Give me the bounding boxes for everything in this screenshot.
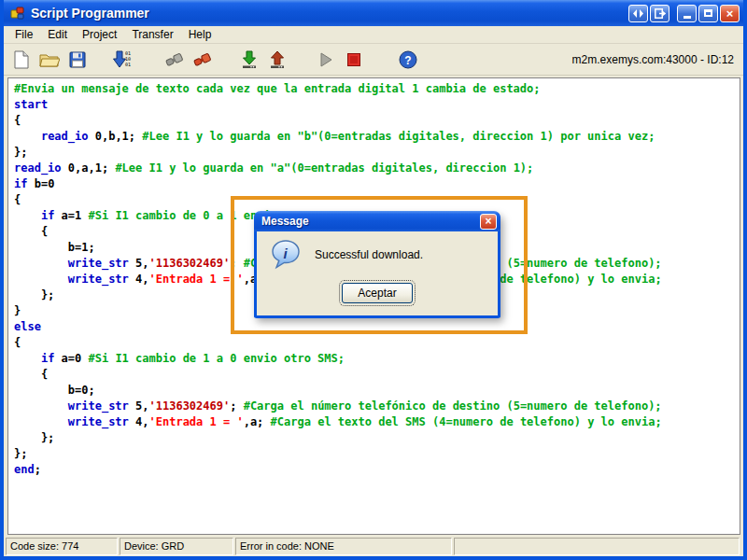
status-empty <box>454 538 740 555</box>
upload-button[interactable] <box>265 48 289 72</box>
code-line: { <box>14 113 740 129</box>
open-folder-icon <box>39 51 60 68</box>
titlebar[interactable]: Script Programmer × <box>4 0 743 26</box>
code-line: end; <box>14 462 740 478</box>
download-button[interactable] <box>237 48 261 72</box>
dialog-message: Successful download. <box>315 248 423 261</box>
message-dialog: Message × i Successful download. Aceptar <box>254 212 500 318</box>
code-line: write_str 5,'1136302469'; #Carga el núme… <box>14 399 740 414</box>
code-line: if a=0 #Si I1 cambio de 1 a 0 envio otro… <box>14 351 740 367</box>
code-line: { <box>14 367 740 383</box>
code-line: read_io 0,a,1; #Lee I1 y lo guarda en "a… <box>14 161 740 176</box>
code-line: else <box>14 319 740 335</box>
dialog-body: i Successful download. Aceptar <box>257 231 498 315</box>
code-line: read_io 0,b,1; #Lee I1 y lo guarda en "b… <box>14 129 740 145</box>
minimize-button[interactable] <box>677 5 697 22</box>
code-line: #Envia un mensaje de texto cada vez que … <box>14 81 740 97</box>
svg-text:01: 01 <box>125 62 131 67</box>
download-icon <box>240 50 259 69</box>
dialog-close-icon: × <box>485 215 491 228</box>
code-line: }; <box>14 430 740 446</box>
app-window: Script Programmer × File Edit Project Tr… <box>0 0 747 560</box>
plug-connected-icon <box>192 51 213 68</box>
close-icon: × <box>726 6 734 21</box>
menu-help[interactable]: Help <box>181 26 219 43</box>
upload-icon <box>268 50 287 69</box>
toolbar: 011001 ? m2m.exemys.com:43000 - ID:12 <box>4 44 743 76</box>
stop-button[interactable] <box>342 48 366 72</box>
code-line: { <box>14 335 740 351</box>
nav-arrows-button[interactable] <box>628 5 648 22</box>
run-button[interactable] <box>314 48 338 72</box>
compile-icon: 011001 <box>112 49 133 70</box>
code-line: }; <box>14 446 740 462</box>
save-icon <box>69 51 86 68</box>
close-button[interactable]: × <box>720 5 740 22</box>
menu-edit[interactable]: Edit <box>40 26 75 43</box>
open-file-button[interactable] <box>37 48 62 72</box>
plug-disconnected-icon <box>164 51 185 68</box>
connection-label: m2m.exemys.com:43000 - ID:12 <box>572 53 734 66</box>
help-icon: ? <box>399 50 417 69</box>
status-error: Error in code: NONE <box>235 538 452 555</box>
statusbar: Code size: 774 Device: GRD Error in code… <box>4 536 743 556</box>
code-line: b=0; <box>14 383 740 399</box>
dialog-titlebar[interactable]: Message × <box>254 211 500 231</box>
dialog-close-button[interactable]: × <box>480 214 497 230</box>
new-file-icon <box>13 50 30 69</box>
dialog-title: Message <box>261 215 480 228</box>
menubar: File Edit Project Transfer Help <box>4 26 743 44</box>
code-line: if b=0 <box>14 176 740 192</box>
detach-window-button[interactable] <box>650 5 669 22</box>
maximize-icon <box>704 9 712 17</box>
save-button[interactable] <box>65 48 90 72</box>
menu-file[interactable]: File <box>7 26 40 43</box>
stop-icon <box>346 52 361 67</box>
menu-transfer[interactable]: Transfer <box>124 26 180 43</box>
code-line: start <box>14 97 740 113</box>
compile-button[interactable]: 011001 <box>110 48 134 72</box>
code-line: write_str 4,'Entrada 1 = ',a; #Carga el … <box>14 414 740 430</box>
connect-button[interactable] <box>190 48 215 72</box>
svg-text:?: ? <box>404 53 411 66</box>
accept-button[interactable]: Aceptar <box>342 283 413 303</box>
minimize-icon <box>684 16 691 19</box>
window-title: Script Programmer <box>31 6 627 21</box>
help-button[interactable]: ? <box>396 48 420 72</box>
code-line: }; <box>14 145 740 161</box>
maximize-button[interactable] <box>698 5 718 22</box>
disconnect-button[interactable] <box>162 48 187 72</box>
code-line: { <box>14 192 740 208</box>
status-code-size: Code size: 774 <box>6 538 118 555</box>
new-file-button[interactable] <box>9 48 34 72</box>
menu-project[interactable]: Project <box>75 26 124 43</box>
info-icon: i <box>270 239 302 271</box>
app-icon <box>9 5 26 21</box>
play-icon <box>318 52 333 67</box>
status-device: Device: GRD <box>120 538 233 555</box>
